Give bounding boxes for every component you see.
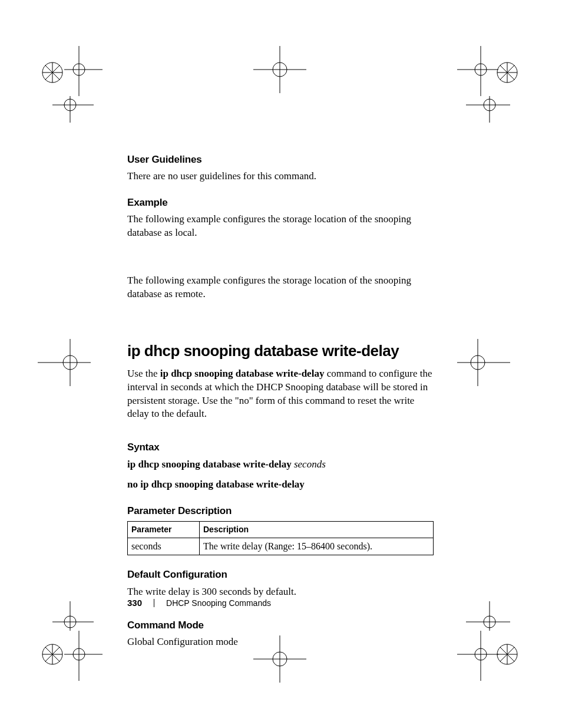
footer-divider: [154, 599, 154, 607]
th-description: Description: [200, 522, 434, 538]
heading-command: ip dhcp snooping database write-delay: [127, 341, 434, 361]
svg-point-43: [475, 648, 487, 660]
svg-point-25: [42, 644, 62, 664]
td-desc: The write delay (Range: 15–86400 seconds…: [200, 538, 434, 555]
heading-syntax: Syntax: [127, 441, 434, 454]
page-content: User Guidelines There are no user guidel…: [127, 153, 434, 656]
heading-parameter-description: Parameter Description: [127, 505, 434, 518]
svg-point-18: [475, 64, 487, 75]
svg-point-36: [497, 644, 517, 664]
table-header-row: Parameter Description: [128, 522, 434, 538]
text-user-guidelines: There are no user guidelines for this co…: [127, 170, 434, 183]
page-number: 330: [127, 598, 142, 608]
syntax-line-2: no ip dhcp snooping database write-delay: [127, 478, 434, 492]
svg-line-3: [45, 65, 59, 80]
svg-line-40: [500, 647, 514, 661]
th-parameter: Parameter: [128, 522, 200, 538]
registration-mark-icon: [457, 339, 510, 386]
text-example-2: The following example configures the sto…: [127, 274, 434, 301]
svg-point-0: [42, 62, 62, 83]
crop-mark-icon: [38, 601, 132, 684]
svg-point-11: [497, 62, 517, 83]
heading-user-guidelines: User Guidelines: [127, 153, 434, 166]
svg-point-46: [63, 355, 77, 370]
svg-line-28: [45, 647, 59, 661]
registration-mark-icon: [253, 46, 306, 93]
svg-line-29: [45, 647, 59, 661]
svg-line-14: [500, 65, 514, 80]
heading-default-configuration: Default Configuration: [127, 568, 434, 581]
svg-point-24: [64, 616, 76, 628]
syntax-line-1: ip dhcp snooping database write-delay se…: [127, 458, 434, 472]
registration-mark-icon: [38, 339, 91, 386]
svg-line-4: [45, 65, 59, 80]
crop-mark-icon: [428, 46, 522, 123]
svg-point-10: [64, 99, 76, 111]
svg-point-21: [484, 99, 495, 111]
page-footer: 330 DHCP Snooping Commands: [127, 598, 271, 608]
svg-point-35: [484, 616, 495, 628]
text-command-intro: Use the ip dhcp snooping database write-…: [127, 367, 434, 421]
heading-example: Example: [127, 196, 434, 209]
parameter-table: Parameter Description seconds The write …: [127, 521, 434, 555]
crop-mark-icon: [38, 46, 132, 123]
text-default-configuration: The write delay is 300 seconds by defaul…: [127, 585, 434, 599]
td-param: seconds: [128, 538, 200, 555]
svg-line-39: [500, 647, 514, 661]
text-command-mode: Global Configuration mode: [127, 635, 434, 649]
svg-point-52: [273, 62, 287, 77]
svg-line-15: [500, 65, 514, 80]
heading-command-mode: Command Mode: [127, 619, 434, 632]
chapter-title: DHCP Snooping Commands: [166, 598, 271, 608]
svg-point-32: [73, 648, 85, 660]
table-row: seconds The write delay (Range: 15–86400…: [128, 538, 434, 555]
crop-mark-icon: [428, 601, 522, 684]
svg-point-7: [73, 64, 85, 75]
svg-point-49: [471, 355, 485, 370]
text-example-1: The following example configures the sto…: [127, 213, 434, 240]
